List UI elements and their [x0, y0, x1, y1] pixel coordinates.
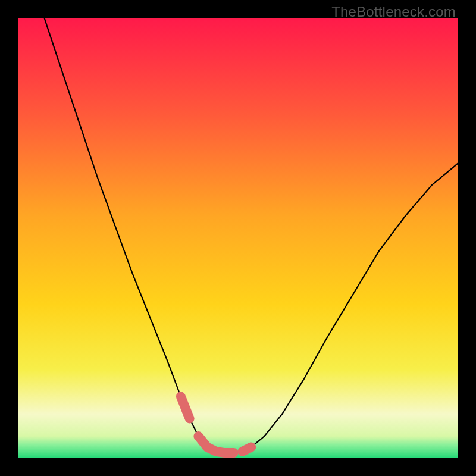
- outer-frame: TheBottleneck.com: [0, 0, 476, 476]
- curve-layer: [18, 18, 458, 458]
- plot-area: [18, 18, 458, 458]
- marker-segment: [198, 436, 233, 453]
- marker-segment: [181, 396, 190, 418]
- curve-markers: [181, 396, 251, 453]
- watermark-text: TheBottleneck.com: [331, 4, 456, 20]
- marker-segment: [242, 447, 251, 452]
- bottleneck-curve: [44, 18, 458, 453]
